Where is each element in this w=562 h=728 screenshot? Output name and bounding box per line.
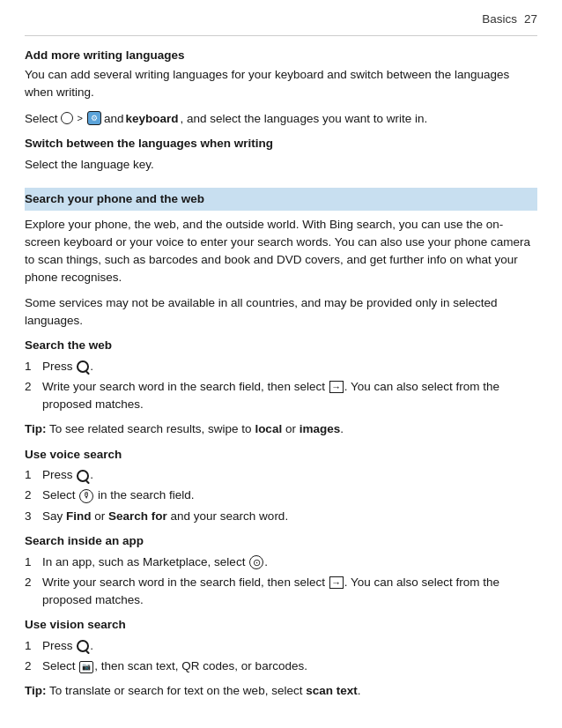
vision-item-2: 2 Select , then scan text, QR codes, or …: [25, 657, 537, 675]
in-search-field: in the search field.: [94, 488, 194, 501]
select-instruction-line: Select > and keyboard , and select the l…: [25, 109, 537, 129]
voice-item-1: 1 Press .: [25, 466, 537, 484]
press-period-1: .: [90, 360, 93, 373]
search-body2: Some services may not be available in al…: [25, 294, 537, 331]
search-section-body: Explore your phone, the web, and the out…: [25, 216, 537, 701]
search-icon-voice: [77, 470, 89, 482]
vision-search-list: 1 Press . 2 Select , then scan text, QR …: [25, 637, 537, 676]
voice-item-3: 3 Say Find or Search for and your search…: [25, 508, 537, 525]
app-item-1: 1 In an app, such as Marketplace, select…: [25, 553, 537, 571]
voice-search-title: Use voice search: [25, 446, 537, 464]
page-header: Basics 27: [25, 7, 537, 36]
search-body1: Explore your phone, the web, and the out…: [25, 216, 537, 287]
header-page: 27: [524, 11, 537, 28]
switch-languages-title: Switch between the languages when writin…: [25, 135, 537, 152]
press-text-1: Press: [42, 360, 76, 373]
switch-languages-body: Select the language key.: [25, 156, 537, 174]
vision-item-1: 1 Press .: [25, 637, 537, 655]
select-word: Select: [25, 109, 58, 129]
vision-search-title: Use vision search: [25, 616, 537, 634]
search-web-title: Search the web: [25, 337, 537, 354]
press-voice-1: Press: [42, 468, 76, 481]
writing-languages-body1: You can add several writing languages fo…: [25, 66, 537, 102]
search-section-header: Search your phone and the web: [25, 188, 537, 211]
arrow-icon-1: [329, 381, 344, 393]
search-icon-vision: [77, 640, 89, 652]
header-title: Basics: [482, 11, 517, 28]
tip-1: Tip: To see related search results, swip…: [25, 420, 537, 438]
select-vision: Select: [42, 659, 78, 672]
select-voice: Select: [42, 488, 78, 501]
arrow-icon-2: [329, 576, 344, 589]
search-app-title: Search inside an app: [25, 532, 537, 550]
search-web-list: 1 Press . 2 Write your search word in th…: [25, 358, 537, 414]
voice-item-2: 2 Select in the search field.: [25, 487, 537, 504]
search-app-list: 1 In an app, such as Marketplace, select…: [25, 553, 537, 610]
mic-icon: [79, 489, 93, 503]
settings-icon: [87, 111, 101, 125]
select-suffix: , and select the languages you want to w…: [181, 109, 428, 129]
section-writing-languages: Add more writing languages You can add s…: [25, 47, 537, 174]
search-section-title: Search your phone and the web: [25, 190, 537, 208]
menu-icon: [61, 112, 73, 124]
writing-languages-title: Add more writing languages: [25, 47, 537, 64]
tip-2: Tip: To translate or search for text on …: [25, 682, 537, 700]
and-word: and: [104, 109, 124, 129]
search-web-item-1: 1 Press .: [25, 358, 537, 375]
app-search-icon: [249, 555, 263, 569]
write-text: Write your search word in the search fie…: [42, 380, 329, 393]
search-icon-1: [77, 360, 89, 373]
camera-icon: [79, 661, 93, 673]
voice-search-list: 1 Press . 2 Select in the search field. …: [25, 466, 537, 525]
keyboard-word: keyboard: [126, 109, 179, 129]
search-web-item-2: 2 Write your search word in the search f…: [25, 378, 537, 414]
press-vision: Press: [42, 639, 76, 652]
app-item-2: 2 Write your search word in the search f…: [25, 574, 537, 610]
chevron: >: [78, 111, 83, 127]
